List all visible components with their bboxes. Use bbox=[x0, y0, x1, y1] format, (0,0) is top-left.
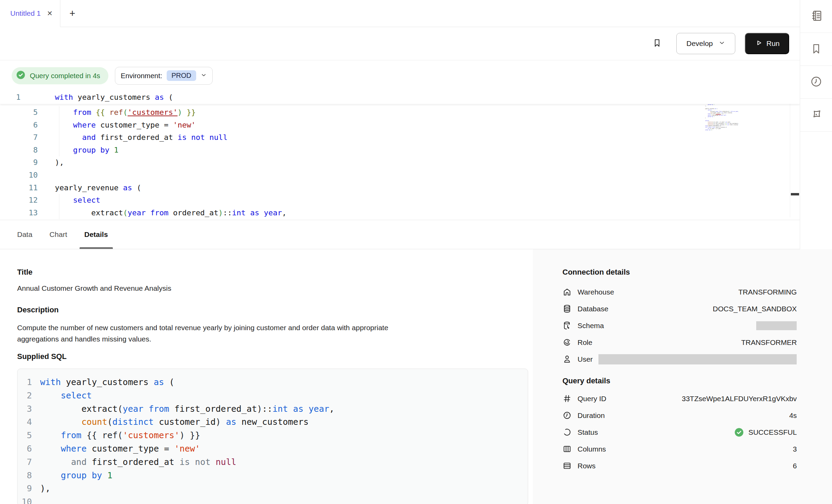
tab-chart-label: Chart bbox=[49, 230, 67, 239]
line-number: 10 bbox=[17, 495, 32, 504]
detail-label: Schema bbox=[578, 322, 604, 330]
tab-chart[interactable]: Chart bbox=[45, 220, 72, 249]
check-circle-icon bbox=[16, 70, 26, 82]
line-number: 7 bbox=[0, 131, 38, 144]
redacted-value bbox=[756, 321, 797, 330]
role-icon bbox=[562, 338, 572, 347]
code-text: with yearly_customers as ( bbox=[40, 376, 174, 389]
schema-icon bbox=[562, 321, 572, 330]
spinner-icon bbox=[562, 428, 572, 437]
copilot-panel-button[interactable] bbox=[800, 99, 832, 132]
code-line: 6 where customer_type = 'new' bbox=[17, 442, 528, 456]
connection-details-heading: Connection details bbox=[562, 268, 797, 277]
history-panel-button[interactable] bbox=[800, 66, 832, 99]
detail-value: 6 bbox=[793, 462, 797, 470]
detail-row: WarehouseTRANSFORMING bbox=[562, 284, 797, 300]
tab-details[interactable]: Details bbox=[80, 220, 113, 249]
tab-data[interactable]: Data bbox=[12, 220, 37, 249]
description-value: Compute the number of new customers and … bbox=[17, 322, 406, 345]
database-icon bbox=[562, 304, 572, 313]
plus-icon: + bbox=[69, 8, 75, 19]
detail-row: User bbox=[562, 351, 797, 368]
code-line: 5 from {{ ref('customers') }} bbox=[17, 429, 528, 442]
minimap-line: order by 1; bbox=[705, 130, 751, 131]
tab-data-label: Data bbox=[17, 230, 32, 239]
code-line: 1with yearly_customers as ( bbox=[17, 376, 528, 389]
sparkle-compass-icon bbox=[809, 108, 823, 123]
description-heading: Description bbox=[17, 305, 533, 314]
detail-value: TRANSFORMING bbox=[738, 288, 797, 296]
code-line: 1with yearly_customers as ( bbox=[0, 91, 800, 104]
play-icon bbox=[754, 39, 763, 49]
app-window: Untitled 1 ✕ + Develop Run bbox=[0, 0, 832, 504]
code-line: 12 select bbox=[0, 194, 800, 207]
right-icon-rail bbox=[800, 0, 832, 249]
detail-value: 33TZseWpe1ALFDUYerxR1gVKxbv bbox=[682, 395, 797, 403]
close-icon[interactable]: ✕ bbox=[47, 10, 53, 17]
code-line: 11yearly_revenue as ( bbox=[0, 182, 800, 194]
bookmark-button[interactable] bbox=[650, 36, 665, 51]
detail-row: StatusSUCCESSFUL bbox=[562, 424, 797, 441]
query-details-list: Query ID33TZseWpe1ALFDUYerxR1gVKxbvDurat… bbox=[562, 390, 797, 474]
details-panel: Title Annual Customer Growth and Revenue… bbox=[0, 249, 832, 504]
code-line: 9), bbox=[17, 482, 528, 495]
line-number: 2 bbox=[17, 389, 32, 403]
columns-icon bbox=[562, 444, 572, 454]
code-text: ), bbox=[40, 482, 50, 495]
environment-value-pill: PROD bbox=[167, 70, 196, 81]
line-number: 4 bbox=[17, 416, 32, 429]
code-text: extract(year from ordered_at)::int as ye… bbox=[55, 207, 287, 219]
query-details-heading: Query details bbox=[562, 376, 797, 385]
bookmarks-panel-button[interactable] bbox=[800, 33, 832, 66]
connection-details-list: WarehouseTRANSFORMINGDatabaseDOCS_TEAM_S… bbox=[562, 284, 797, 368]
new-tab-button[interactable]: + bbox=[66, 8, 79, 19]
code-text: where customer_type = 'new' bbox=[55, 119, 196, 132]
detail-label: Role bbox=[578, 338, 592, 347]
user-icon bbox=[562, 355, 572, 364]
check-circle-icon bbox=[734, 427, 744, 437]
title-value: Annual Customer Growth and Revenue Analy… bbox=[17, 284, 533, 292]
status-row: Query completed in 4s Environment: PROD bbox=[0, 60, 800, 91]
clock-icon bbox=[810, 75, 823, 89]
detail-label: User bbox=[578, 355, 593, 363]
redacted-value bbox=[598, 354, 797, 364]
query-status-pill: Query completed in 4s bbox=[12, 67, 108, 84]
line-number: 12 bbox=[0, 194, 38, 207]
sql-editor[interactable]: 1with yearly_customers as ( 5 from {{ re… bbox=[0, 91, 800, 220]
line-number: 10 bbox=[0, 169, 38, 182]
line-number: 6 bbox=[17, 442, 32, 456]
line-number: 8 bbox=[0, 144, 38, 157]
code-line: 2 select bbox=[17, 389, 528, 403]
tab-untitled-1[interactable]: Untitled 1 ✕ bbox=[0, 0, 60, 27]
detail-row: Columns3 bbox=[562, 441, 797, 457]
develop-dropdown[interactable]: Develop bbox=[676, 33, 735, 54]
details-main: Title Annual Customer Growth and Revenue… bbox=[0, 249, 533, 504]
detail-label: Duration bbox=[578, 411, 605, 420]
line-number: 3 bbox=[17, 403, 32, 416]
scrollbar-thumb[interactable] bbox=[791, 193, 799, 195]
editor-code-lines[interactable]: 5 from {{ ref('customers') }}6 where cus… bbox=[0, 104, 800, 219]
environment-selector[interactable]: Environment: PROD bbox=[115, 67, 213, 85]
detail-label: Status bbox=[578, 428, 598, 436]
notebook-panel-button[interactable] bbox=[800, 0, 832, 33]
detail-value: 3 bbox=[793, 445, 797, 453]
run-button[interactable]: Run bbox=[745, 33, 789, 54]
code-text: count(distinct customer_id) as new_custo… bbox=[40, 416, 309, 429]
code-line: 7 and first_ordered_at is not null bbox=[0, 131, 800, 144]
status-text: SUCCESSFUL bbox=[748, 428, 797, 436]
code-text: select bbox=[40, 389, 92, 403]
details-sidebar: Connection details WarehouseTRANSFORMING… bbox=[533, 249, 832, 504]
chevron-down-icon bbox=[718, 39, 725, 48]
editor-scrollbar[interactable] bbox=[790, 94, 800, 217]
detail-value: TRANSFORMER bbox=[741, 338, 797, 347]
supplied-sql-code-block: 1with yearly_customers as (2 select3 ext… bbox=[17, 369, 528, 504]
code-line: 10 bbox=[17, 495, 528, 504]
code-line: 3 extract(year from first_ordered_at)::i… bbox=[17, 403, 528, 416]
line-number: 6 bbox=[0, 119, 38, 132]
environment-label: Environment: bbox=[121, 72, 162, 80]
code-text: group by 1 bbox=[55, 144, 118, 157]
line-number: 9 bbox=[17, 482, 32, 495]
bookmark-icon bbox=[652, 38, 662, 49]
code-text: ), bbox=[55, 156, 64, 169]
run-label: Run bbox=[766, 39, 780, 48]
